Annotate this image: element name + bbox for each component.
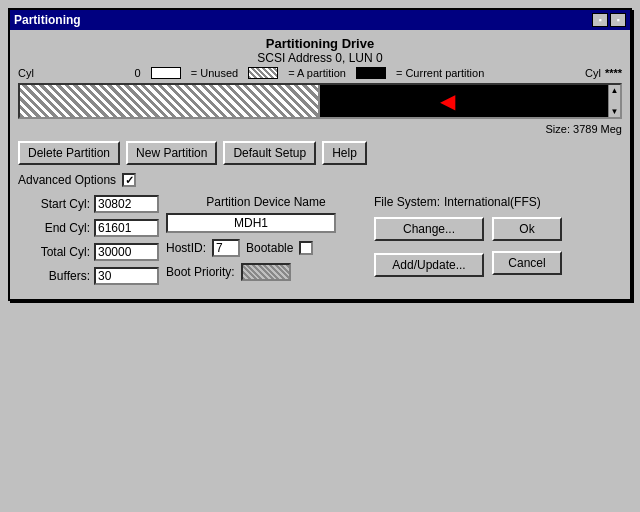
buffers-label: Buffers: bbox=[18, 269, 90, 283]
minimize-button[interactable]: ▪ bbox=[592, 13, 608, 27]
cyl-value-left: 0 bbox=[135, 67, 141, 79]
right-button-area: Change... Add/Update... Ok Cancel bbox=[374, 217, 622, 283]
partition-arrow: ◀ bbox=[440, 89, 455, 113]
right-form: File System: International(FFS) Change..… bbox=[374, 195, 622, 291]
hostid-input[interactable] bbox=[212, 239, 240, 257]
advanced-options-row: Advanced Options ✓ bbox=[18, 173, 622, 187]
new-partition-button[interactable]: New Partition bbox=[126, 141, 217, 165]
advanced-options-label: Advanced Options bbox=[18, 173, 116, 187]
start-cyl-label: Start Cyl: bbox=[18, 197, 90, 211]
bootable-label: Bootable bbox=[246, 241, 293, 255]
start-cyl-input[interactable] bbox=[94, 195, 159, 213]
scroll-up-arrow[interactable]: ▲ bbox=[610, 85, 620, 96]
device-name-input[interactable] bbox=[166, 213, 336, 233]
main-window: Partitioning ▪ ▪ Partitioning Drive SCSI… bbox=[8, 8, 632, 301]
add-update-button[interactable]: Add/Update... bbox=[374, 253, 484, 277]
buffers-input[interactable] bbox=[94, 267, 159, 285]
window-title: Partitioning bbox=[14, 13, 81, 27]
device-name-label: Partition Device Name bbox=[166, 195, 366, 209]
filesystem-row: File System: International(FFS) bbox=[374, 195, 622, 209]
default-setup-button[interactable]: Default Setup bbox=[223, 141, 316, 165]
partition-scrollbar[interactable]: ▲ ▼ bbox=[608, 85, 620, 117]
window-body: Partitioning Drive SCSI Address 0, LUN 0… bbox=[10, 30, 630, 299]
a-partition-bar bbox=[20, 85, 320, 117]
start-cyl-row: Start Cyl: bbox=[18, 195, 158, 213]
size-row: Size: 3789 Meg bbox=[18, 123, 622, 135]
scroll-down-arrow[interactable]: ▼ bbox=[610, 106, 620, 117]
header-title: Partitioning Drive bbox=[18, 36, 622, 51]
hostid-row: HostID: Bootable bbox=[166, 239, 366, 257]
delete-partition-button[interactable]: Delete Partition bbox=[18, 141, 120, 165]
current-box bbox=[356, 67, 386, 79]
title-bar: Partitioning ▪ ▪ bbox=[10, 10, 630, 30]
boot-priority-label: Boot Priority: bbox=[166, 265, 235, 279]
title-bar-controls: ▪ ▪ bbox=[592, 13, 626, 27]
a-partition-box bbox=[248, 67, 278, 79]
ok-cancel-buttons: Ok Cancel bbox=[492, 217, 562, 283]
drive-header: Partitioning Drive SCSI Address 0, LUN 0 bbox=[18, 36, 622, 65]
help-button[interactable]: Help bbox=[322, 141, 367, 165]
current-label: = Current partition bbox=[396, 67, 484, 79]
filesystem-label: File System: bbox=[374, 195, 440, 209]
left-form: Start Cyl: End Cyl: Total Cyl: Buffers: bbox=[18, 195, 158, 291]
main-form: Start Cyl: End Cyl: Total Cyl: Buffers: bbox=[18, 195, 622, 291]
a-partition-label: = A partition bbox=[288, 67, 346, 79]
hostid-label: HostID: bbox=[166, 241, 206, 255]
size-value: 3789 Meg bbox=[573, 123, 622, 135]
cyl-right-label: Cyl bbox=[585, 67, 601, 79]
buffers-row: Buffers: bbox=[18, 267, 158, 285]
current-partition-bar: ◀ bbox=[320, 85, 620, 117]
cyl-left-label: Cyl bbox=[18, 67, 34, 79]
cyl-value-right: **** bbox=[605, 67, 622, 79]
boot-priority-input[interactable] bbox=[241, 263, 291, 281]
unused-label: = Unused bbox=[191, 67, 238, 79]
ok-button[interactable]: Ok bbox=[492, 217, 562, 241]
end-cyl-row: End Cyl: bbox=[18, 219, 158, 237]
advanced-options-checkbox[interactable]: ✓ bbox=[122, 173, 136, 187]
left-right-buttons: Change... Add/Update... bbox=[374, 217, 484, 283]
bootable-checkbox[interactable] bbox=[299, 241, 313, 255]
total-cyl-label: Total Cyl: bbox=[18, 245, 90, 259]
end-cyl-label: End Cyl: bbox=[18, 221, 90, 235]
total-cyl-input[interactable] bbox=[94, 243, 159, 261]
header-subtitle: SCSI Address 0, LUN 0 bbox=[18, 51, 622, 65]
change-button[interactable]: Change... bbox=[374, 217, 484, 241]
main-button-row: Delete Partition New Partition Default S… bbox=[18, 141, 622, 165]
checkbox-check: ✓ bbox=[125, 174, 134, 187]
maximize-button[interactable]: ▪ bbox=[610, 13, 626, 27]
size-label: Size: bbox=[546, 123, 570, 135]
middle-form: Partition Device Name HostID: Bootable B… bbox=[166, 195, 366, 291]
partition-bar: ◀ ▲ ▼ bbox=[18, 83, 622, 119]
legend-row: Cyl 0 = Unused = A partition = Current p… bbox=[18, 67, 622, 79]
filesystem-value: International(FFS) bbox=[444, 195, 541, 209]
boot-priority-row: Boot Priority: bbox=[166, 263, 366, 281]
end-cyl-input[interactable] bbox=[94, 219, 159, 237]
total-cyl-row: Total Cyl: bbox=[18, 243, 158, 261]
cancel-button[interactable]: Cancel bbox=[492, 251, 562, 275]
unused-box bbox=[151, 67, 181, 79]
